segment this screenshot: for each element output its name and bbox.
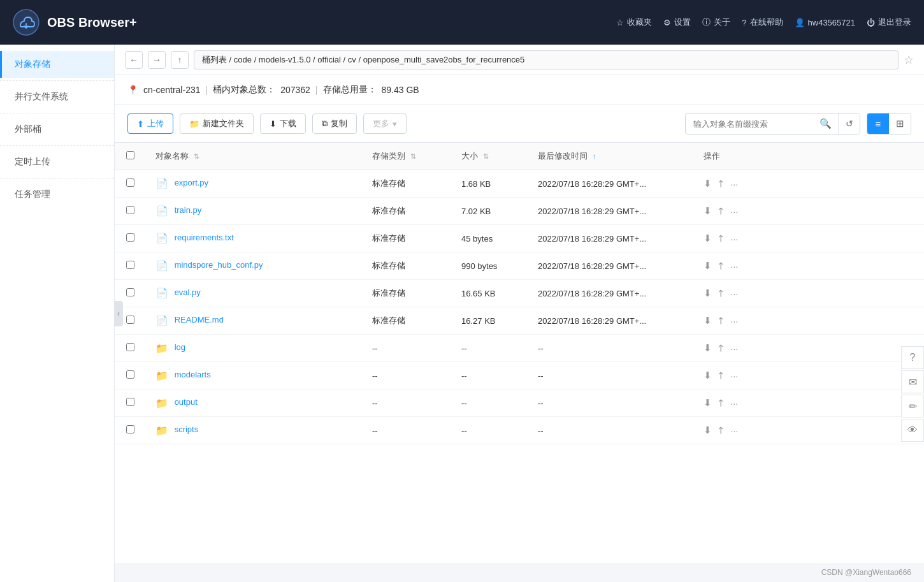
- float-help-btn[interactable]: ?: [901, 346, 924, 369]
- share-action-icon[interactable]: ↗: [714, 204, 728, 218]
- sort-icon-time[interactable]: ↑: [593, 152, 596, 160]
- row-checkbox-9[interactable]: [126, 425, 134, 433]
- row-checkbox-5[interactable]: [126, 316, 134, 324]
- row-checkbox-7[interactable]: [126, 370, 134, 379]
- share-action-icon[interactable]: ↗: [714, 314, 728, 328]
- download-action-icon[interactable]: ⬇: [704, 205, 712, 217]
- float-message-btn[interactable]: ✉: [901, 370, 924, 393]
- file-link-5[interactable]: README.md: [175, 315, 224, 324]
- nav-about[interactable]: ⓘ 关于: [702, 17, 730, 28]
- row-time-cell: 2022/07/18 16:28:29 GMT+...: [528, 252, 693, 280]
- row-checkbox-8[interactable]: [126, 398, 134, 406]
- row-size-cell: 45 bytes: [451, 225, 528, 252]
- search-input[interactable]: [686, 115, 813, 133]
- download-action-icon[interactable]: ⬇: [704, 342, 712, 354]
- download-action-icon[interactable]: ⬇: [704, 315, 712, 326]
- row-time-cell: --: [528, 389, 693, 417]
- bookmark-icon[interactable]: ☆: [904, 53, 914, 67]
- row-action-cell: ⬇ ↗ ···: [693, 389, 924, 417]
- grid-view-button[interactable]: ⊞: [889, 113, 911, 134]
- nav-favorites[interactable]: ☆ 收藏夹: [616, 17, 652, 28]
- more-button[interactable]: 更多 ▾: [363, 113, 407, 134]
- table-row: 📁 output -- -- -- ⬇ ↗ ···: [115, 389, 924, 417]
- row-size-cell: --: [451, 389, 528, 417]
- share-action-icon[interactable]: ↗: [714, 177, 728, 191]
- share-action-icon[interactable]: ↗: [714, 259, 728, 273]
- sidebar-item-object-storage[interactable]: 对象存储: [0, 51, 114, 78]
- select-all-checkbox[interactable]: [126, 151, 134, 159]
- row-action-cell: ⬇ ↗ ···: [693, 198, 924, 225]
- share-action-icon[interactable]: ↗: [714, 423, 728, 437]
- sidebar-item-parallel-fs[interactable]: 并行文件系统: [0, 84, 114, 110]
- more-action-icon[interactable]: ···: [730, 178, 739, 189]
- sidebar-collapse-btn[interactable]: ‹: [114, 301, 123, 326]
- more-action-icon[interactable]: ···: [730, 288, 739, 299]
- sidebar-item-scheduled-upload[interactable]: 定时上传: [0, 149, 114, 175]
- objects-label: 桶内对象总数：: [213, 84, 275, 96]
- share-action-icon[interactable]: ↗: [714, 368, 728, 382]
- file-link-0[interactable]: export.py: [175, 178, 208, 187]
- search-button[interactable]: 🔍: [813, 113, 838, 134]
- sort-icon-size[interactable]: ⇅: [483, 152, 489, 160]
- breadcrumb-path[interactable]: 桶列表 / code / models-v1.5.0 / official / …: [194, 50, 899, 69]
- share-action-icon[interactable]: ↗: [714, 341, 728, 355]
- nav-user[interactable]: 👤 hw43565721: [795, 18, 855, 27]
- file-link-2[interactable]: requirements.txt: [175, 233, 234, 242]
- back-button[interactable]: ←: [125, 51, 143, 69]
- up-button[interactable]: ↑: [171, 51, 189, 69]
- forward-button[interactable]: →: [148, 51, 166, 69]
- more-action-icon[interactable]: ···: [730, 343, 739, 354]
- share-action-icon[interactable]: ↗: [714, 231, 728, 245]
- download-action-icon[interactable]: ⬇: [704, 397, 712, 409]
- table-row: 📁 modelarts -- -- -- ⬇ ↗ ···: [115, 362, 924, 389]
- upload-button[interactable]: ⬆ 上传: [127, 113, 173, 134]
- download-action-icon[interactable]: ⬇: [704, 287, 712, 299]
- more-action-icon[interactable]: ···: [730, 261, 739, 272]
- copy-button[interactable]: ⧉ 复制: [312, 113, 357, 134]
- more-action-icon[interactable]: ···: [730, 316, 739, 326]
- sidebar-item-external-bucket[interactable]: 外部桶: [0, 116, 114, 143]
- download-action-icon[interactable]: ⬇: [704, 233, 712, 244]
- download-action-icon[interactable]: ⬇: [704, 260, 712, 272]
- row-checkbox-4[interactable]: [126, 288, 134, 296]
- nav-help[interactable]: ? 在线帮助: [742, 17, 783, 28]
- row-name-cell: 📁 modelarts: [145, 362, 362, 389]
- row-checkbox-3[interactable]: [126, 261, 134, 269]
- file-link-6[interactable]: log: [175, 342, 185, 352]
- file-link-4[interactable]: eval.py: [175, 287, 201, 297]
- row-checkbox-1[interactable]: [126, 206, 134, 214]
- share-action-icon[interactable]: ↗: [714, 396, 728, 410]
- file-link-8[interactable]: output: [175, 397, 198, 407]
- row-checkbox-6[interactable]: [126, 343, 134, 351]
- file-link-1[interactable]: train.py: [175, 205, 202, 215]
- more-action-icon[interactable]: ···: [730, 233, 739, 244]
- more-action-icon[interactable]: ···: [730, 370, 739, 381]
- download-button[interactable]: ⬇ 下载: [260, 113, 306, 134]
- sidebar-item-task-manager[interactable]: 任务管理: [0, 181, 114, 208]
- more-action-icon[interactable]: ···: [730, 398, 739, 409]
- download-action-icon[interactable]: ⬇: [704, 425, 712, 436]
- file-link-7[interactable]: modelarts: [175, 370, 211, 379]
- more-action-icon[interactable]: ···: [730, 425, 739, 436]
- sort-icon-name[interactable]: ⇅: [194, 152, 199, 160]
- refresh-button[interactable]: ↺: [838, 113, 860, 134]
- header-nav: ☆ 收藏夹 ⚙ 设置 ⓘ 关于 ? 在线帮助 👤 hw43565721 ⏻ 退出…: [616, 17, 911, 28]
- sort-icon-type[interactable]: ⇅: [410, 152, 416, 160]
- nav-settings[interactable]: ⚙ 设置: [663, 17, 691, 28]
- share-action-icon[interactable]: ↗: [714, 286, 728, 300]
- float-preview-btn[interactable]: 👁: [901, 419, 924, 442]
- new-folder-button[interactable]: 📁 新建文件夹: [180, 113, 254, 134]
- row-checkbox-0[interactable]: [126, 178, 134, 187]
- list-view-button[interactable]: ≡: [867, 113, 889, 134]
- row-type-cell: --: [362, 362, 451, 389]
- download-action-icon[interactable]: ⬇: [704, 178, 712, 189]
- nav-logout[interactable]: ⏻ 退出登录: [867, 17, 911, 28]
- row-checkbox-2[interactable]: [126, 233, 134, 242]
- more-action-icon[interactable]: ···: [730, 206, 739, 217]
- action-btns-7: ⬇ ↗ ···: [704, 370, 914, 381]
- table-row: 📄 eval.py 标准存储 16.65 KB 2022/07/18 16:28…: [115, 280, 924, 307]
- file-link-3[interactable]: mindspore_hub_conf.py: [175, 260, 263, 270]
- download-action-icon[interactable]: ⬇: [704, 370, 712, 381]
- float-feedback-btn[interactable]: ✏: [901, 395, 924, 418]
- file-link-9[interactable]: scripts: [175, 425, 199, 434]
